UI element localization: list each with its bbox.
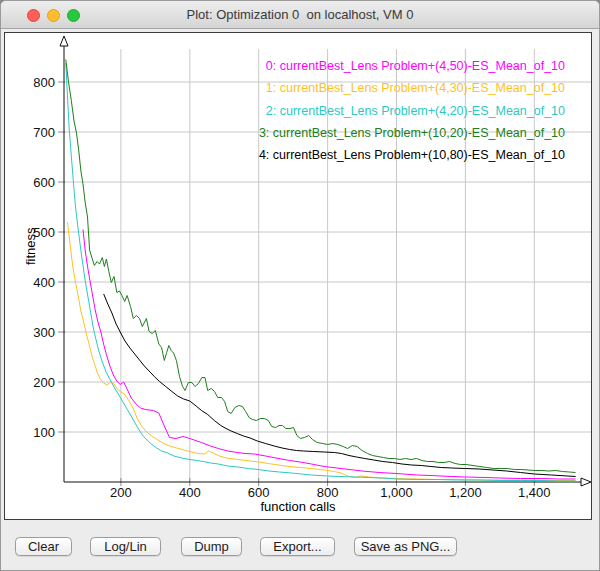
x-tick-label: 1,400 <box>518 485 551 500</box>
dump-button[interactable]: Dump <box>181 537 242 556</box>
x-tick-label: 1,200 <box>449 485 482 500</box>
y-axis-label: fitness <box>23 227 38 265</box>
y-tick-label: 200 <box>33 375 55 390</box>
export-button[interactable]: Export... <box>260 537 335 556</box>
legend-item: 0: currentBest_Lens Problem+(4,50)-ES_Me… <box>259 55 565 77</box>
series-line-1 <box>68 222 576 481</box>
minimize-button[interactable] <box>47 9 60 22</box>
series-line-4 <box>104 294 576 477</box>
x-axis-arrow-icon <box>581 478 591 486</box>
legend-item: 4: currentBest_Lens Problem+(10,80)-ES_M… <box>259 144 565 166</box>
plot-window: Plot: Optimization 0 on localhost, VM 0 … <box>0 0 600 571</box>
y-tick-label: 100 <box>33 425 55 440</box>
legend-item: 1: currentBest_Lens Problem+(4,30)-ES_Me… <box>259 77 565 99</box>
y-tick-label: 800 <box>33 75 55 90</box>
x-tick-label: 800 <box>317 485 339 500</box>
x-tick-label: 200 <box>110 485 132 500</box>
x-axis-label: function calls <box>5 499 591 514</box>
y-axis-arrow-icon <box>60 36 68 46</box>
plot-panel: 2004006008001,0001,2001,4001002003004005… <box>4 32 592 520</box>
save-as-png-button[interactable]: Save as PNG... <box>354 537 457 556</box>
button-bar: Clear Log/Lin Dump Export... Save as PNG… <box>1 520 600 571</box>
legend-item: 3: currentBest_Lens Problem+(10,20)-ES_M… <box>259 122 565 144</box>
close-button[interactable] <box>27 9 40 22</box>
clear-button[interactable]: Clear <box>15 537 72 556</box>
plot-legend: 0: currentBest_Lens Problem+(4,50)-ES_Me… <box>259 55 565 166</box>
titlebar[interactable]: Plot: Optimization 0 on localhost, VM 0 <box>1 1 599 29</box>
loglin-button[interactable]: Log/Lin <box>90 537 161 556</box>
x-tick-label: 600 <box>248 485 270 500</box>
traffic-lights <box>27 9 80 22</box>
y-tick-label: 400 <box>33 275 55 290</box>
window-title: Plot: Optimization 0 on localhost, VM 0 <box>187 7 414 22</box>
x-tick-label: 400 <box>179 485 201 500</box>
y-tick-label: 600 <box>33 175 55 190</box>
series-line-0 <box>83 230 576 480</box>
legend-item: 2: currentBest_Lens Problem+(4,20)-ES_Me… <box>259 100 565 122</box>
x-tick-label: 1,000 <box>380 485 413 500</box>
zoom-button[interactable] <box>67 9 80 22</box>
y-tick-label: 700 <box>33 125 55 140</box>
y-tick-label: 300 <box>33 325 55 340</box>
